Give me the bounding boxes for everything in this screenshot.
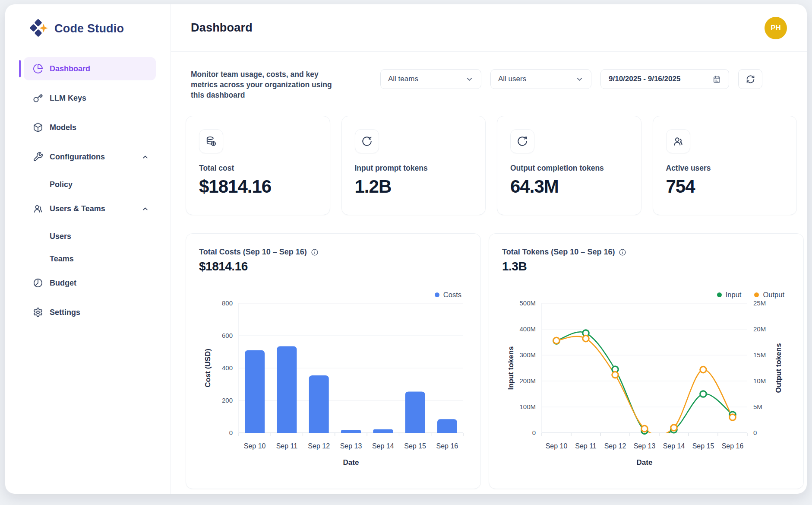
sidebar-item-configurations[interactable]: Configurations (24, 145, 156, 168)
svg-text:0: 0 (753, 429, 757, 436)
stat-label: Active users (666, 164, 784, 173)
chevron-down-icon (575, 75, 584, 83)
pie-slice-icon (33, 278, 43, 288)
svg-text:800: 800 (222, 301, 233, 307)
sidebar-item-users-teams[interactable]: Users & Teams (24, 197, 156, 220)
calendar-icon (713, 75, 721, 83)
stat-value: 64.3M (510, 176, 628, 197)
svg-text:0: 0 (532, 429, 536, 436)
brand-name: Code Studio (54, 22, 124, 35)
stat-label: Total cost (199, 164, 317, 173)
sidebar-item-teams[interactable]: Teams (24, 249, 156, 269)
svg-text:Sep 13: Sep 13 (340, 442, 362, 450)
filter-row: Monitor team usage, costs, and key metri… (186, 69, 797, 100)
gear-icon (33, 307, 43, 318)
svg-text:Sep 16: Sep 16 (722, 442, 744, 450)
svg-text:400: 400 (222, 364, 233, 372)
tools-icon (33, 152, 43, 162)
legend-dot (754, 292, 759, 297)
sidebar-item-llm-keys[interactable]: LLM Keys (24, 86, 156, 110)
sidebar-item-budget[interactable]: Budget (24, 271, 156, 295)
sidebar-item-label: Budget (50, 279, 76, 288)
svg-text:10M: 10M (753, 377, 766, 384)
rotate-out-icon (510, 129, 534, 153)
header-bar: Dashboard PH (171, 4, 807, 52)
svg-text:Sep 14: Sep 14 (372, 442, 394, 450)
sidebar-item-label: Users & Teams (50, 204, 105, 213)
svg-text:Sep 16: Sep 16 (436, 442, 458, 450)
dashboard-content: Monitor team usage, costs, and key metri… (171, 52, 807, 494)
sidebar-item-dashboard[interactable]: Dashboard (24, 57, 156, 80)
date-range-picker[interactable]: 9/10/2025 - 9/16/2025 (600, 69, 729, 89)
svg-text:Output tokens: Output tokens (774, 343, 783, 393)
stat-value: $1814.16 (199, 176, 317, 197)
chevron-down-icon (465, 75, 474, 83)
svg-text:5M: 5M (753, 403, 762, 410)
sidebar-item-policy[interactable]: Policy (24, 175, 156, 194)
svg-text:400M: 400M (519, 325, 536, 333)
chevron-up-icon (142, 153, 149, 161)
sidebar-item-users[interactable]: Users (24, 226, 156, 246)
info-icon[interactable] (619, 248, 626, 256)
svg-text:Input tokens: Input tokens (507, 346, 515, 390)
sidebar-nav: Dashboard LLM Keys Models Configurations (5, 57, 171, 324)
filters-group: All teams All users 9/10/2025 - 9/16/202… (380, 69, 762, 89)
svg-text:500M: 500M (519, 301, 536, 307)
legend-item-costs: Costs (435, 291, 461, 299)
svg-text:Sep 10: Sep 10 (546, 442, 568, 450)
sidebar-item-models[interactable]: Models (24, 116, 156, 139)
coins-icon (199, 129, 223, 153)
refresh-button[interactable] (738, 69, 762, 89)
date-range-value: 9/10/2025 - 9/16/2025 (609, 75, 680, 83)
sidebar-item-label: Dashboard (50, 64, 90, 73)
legend-dot (717, 292, 722, 297)
chart-total-value: 1.3B (502, 260, 790, 273)
svg-text:Date: Date (637, 458, 653, 467)
page-title: Dashboard (191, 21, 253, 35)
dashboard-description: Monitor team usage, costs, and key metri… (191, 69, 340, 100)
stat-value: 754 (666, 176, 784, 197)
svg-text:200M: 200M (519, 377, 536, 384)
sidebar-item-settings[interactable]: Settings (24, 301, 156, 324)
svg-text:Sep 15: Sep 15 (404, 442, 426, 450)
svg-text:Sep 15: Sep 15 (692, 442, 714, 450)
svg-text:20M: 20M (753, 325, 766, 333)
svg-text:Sep 11: Sep 11 (575, 442, 597, 450)
sidebar-item-label: Models (50, 123, 76, 132)
refresh-icon (746, 75, 755, 84)
svg-text:300M: 300M (519, 351, 536, 359)
svg-text:200: 200 (222, 397, 233, 404)
cube-icon (33, 122, 43, 133)
tokens-legend: Input Output (502, 291, 790, 299)
avatar[interactable]: PH (765, 17, 787, 39)
stat-value: 1.2B (355, 176, 473, 197)
costs-bar-chart: 0200400600800Sep 10Sep 11Sep 12Sep 13Sep… (199, 301, 468, 472)
info-icon[interactable] (311, 248, 319, 256)
chart-total-value: $1814.16 (199, 260, 468, 273)
stat-card-output-tokens: Output completion tokens 64.3M (497, 116, 641, 215)
sidebar-item-label: Configurations (50, 152, 105, 162)
brand-logo: Code Studio (5, 19, 171, 38)
app-window: Code Studio Dashboard LLM Keys Models (5, 4, 807, 494)
svg-text:15M: 15M (753, 351, 766, 359)
teams-filter-select[interactable]: All teams (380, 69, 481, 89)
tokens-chart-card: Total Tokens (Sep 10 – Sep 16) 1.3B Inpu… (489, 233, 804, 489)
chart-title: Total Costs (Sep 10 – Sep 16) (199, 248, 307, 257)
svg-text:Sep 11: Sep 11 (276, 442, 298, 450)
svg-text:Cost (USD): Cost (USD) (204, 349, 212, 388)
sidebar-item-label: LLM Keys (50, 94, 86, 103)
svg-text:Sep 14: Sep 14 (663, 442, 685, 450)
costs-chart-card: Total Costs (Sep 10 – Sep 16) $1814.16 C… (186, 233, 481, 489)
legend-dot (435, 292, 439, 297)
svg-text:100M: 100M (519, 403, 536, 410)
key-icon (33, 93, 43, 103)
users-filter-select[interactable]: All users (490, 69, 591, 89)
brand-logo-icon (29, 19, 48, 38)
stat-label: Output completion tokens (510, 164, 628, 173)
pie-chart-icon (33, 64, 43, 74)
tokens-line-chart: 0100M200M300M400M500M05M10M15M20M25MSep … (502, 301, 790, 472)
svg-text:Sep 13: Sep 13 (634, 442, 656, 450)
sidebar-item-label: Settings (50, 308, 80, 317)
svg-text:Sep 10: Sep 10 (244, 442, 266, 450)
stat-card-total-cost: Total cost $1814.16 (186, 116, 330, 215)
